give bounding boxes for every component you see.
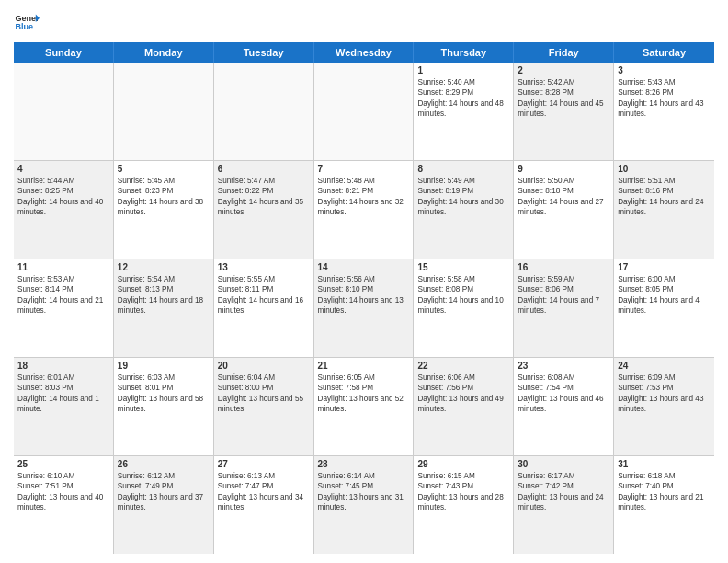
- day-number: 12: [118, 262, 210, 272]
- calendar-cell: [214, 63, 314, 160]
- calendar-cell: 1Sunrise: 5:40 AM Sunset: 8:29 PM Daylig…: [414, 63, 514, 160]
- calendar-cell: 31Sunrise: 6:18 AM Sunset: 7:40 PM Dayli…: [614, 456, 714, 554]
- calendar-week-4: 18Sunrise: 6:01 AM Sunset: 8:03 PM Dayli…: [14, 358, 714, 456]
- cell-info: Sunrise: 5:58 AM Sunset: 8:08 PM Dayligh…: [417, 274, 509, 316]
- day-header-saturday: Saturday: [614, 42, 714, 63]
- cell-info: Sunrise: 6:06 AM Sunset: 7:56 PM Dayligh…: [417, 373, 509, 415]
- cell-info: Sunrise: 6:14 AM Sunset: 7:45 PM Dayligh…: [318, 471, 410, 513]
- day-header-monday: Monday: [114, 42, 214, 63]
- day-number: 29: [417, 459, 509, 469]
- cell-info: Sunrise: 6:00 AM Sunset: 8:05 PM Dayligh…: [618, 274, 711, 316]
- day-number: 19: [118, 361, 210, 371]
- day-header-friday: Friday: [514, 42, 614, 63]
- cell-info: Sunrise: 5:47 AM Sunset: 8:22 PM Dayligh…: [218, 176, 310, 218]
- day-number: 16: [518, 262, 609, 272]
- day-number: 28: [318, 459, 410, 469]
- calendar-cell: 25Sunrise: 6:10 AM Sunset: 7:51 PM Dayli…: [14, 456, 114, 554]
- cell-info: Sunrise: 6:03 AM Sunset: 8:01 PM Dayligh…: [118, 373, 210, 415]
- day-number: 30: [518, 459, 609, 469]
- cell-info: Sunrise: 6:17 AM Sunset: 7:42 PM Dayligh…: [518, 471, 609, 513]
- cell-info: Sunrise: 5:45 AM Sunset: 8:23 PM Dayligh…: [118, 176, 210, 218]
- calendar-cell: 6Sunrise: 5:47 AM Sunset: 8:22 PM Daylig…: [214, 161, 314, 259]
- day-number: 9: [518, 164, 609, 174]
- day-number: 7: [318, 164, 410, 174]
- day-header-sunday: Sunday: [14, 42, 114, 63]
- day-number: 23: [518, 361, 609, 371]
- day-number: 10: [618, 164, 711, 174]
- day-number: 21: [318, 361, 410, 371]
- cell-info: Sunrise: 5:48 AM Sunset: 8:21 PM Dayligh…: [318, 176, 410, 218]
- calendar-week-1: 1Sunrise: 5:40 AM Sunset: 8:29 PM Daylig…: [14, 63, 714, 161]
- cell-info: Sunrise: 6:15 AM Sunset: 7:43 PM Dayligh…: [417, 471, 509, 513]
- cell-info: Sunrise: 5:42 AM Sunset: 8:28 PM Dayligh…: [518, 77, 609, 120]
- day-number: 1: [417, 65, 509, 75]
- cell-info: Sunrise: 6:18 AM Sunset: 7:40 PM Dayligh…: [618, 471, 711, 513]
- day-number: 31: [618, 459, 711, 469]
- svg-text:Blue: Blue: [15, 22, 33, 31]
- day-number: 3: [618, 65, 711, 75]
- cell-info: Sunrise: 6:08 AM Sunset: 7:54 PM Dayligh…: [518, 373, 609, 415]
- cell-info: Sunrise: 6:10 AM Sunset: 7:51 PM Dayligh…: [17, 471, 109, 513]
- logo: General Blue: [14, 9, 40, 35]
- day-number: 27: [218, 459, 310, 469]
- day-number: 13: [218, 262, 310, 272]
- calendar-cell: 20Sunrise: 6:04 AM Sunset: 8:00 PM Dayli…: [214, 358, 314, 455]
- day-number: 25: [17, 459, 109, 469]
- calendar-cell: 29Sunrise: 6:15 AM Sunset: 7:43 PM Dayli…: [414, 456, 514, 554]
- calendar-header: SundayMondayTuesdayWednesdayThursdayFrid…: [14, 42, 714, 63]
- cell-info: Sunrise: 5:54 AM Sunset: 8:13 PM Dayligh…: [118, 274, 210, 316]
- calendar-cell: 10Sunrise: 5:51 AM Sunset: 8:16 PM Dayli…: [614, 161, 714, 259]
- calendar-cell: 18Sunrise: 6:01 AM Sunset: 8:03 PM Dayli…: [14, 358, 114, 455]
- calendar-week-2: 4Sunrise: 5:44 AM Sunset: 8:25 PM Daylig…: [14, 161, 714, 259]
- calendar-cell: 12Sunrise: 5:54 AM Sunset: 8:13 PM Dayli…: [114, 259, 214, 357]
- calendar-cell: 21Sunrise: 6:05 AM Sunset: 7:58 PM Dayli…: [314, 358, 415, 455]
- calendar-cell: 8Sunrise: 5:49 AM Sunset: 8:19 PM Daylig…: [414, 161, 514, 259]
- cell-info: Sunrise: 6:12 AM Sunset: 7:49 PM Dayligh…: [118, 471, 210, 513]
- cell-info: Sunrise: 5:56 AM Sunset: 8:10 PM Dayligh…: [318, 274, 410, 316]
- cell-info: Sunrise: 6:01 AM Sunset: 8:03 PM Dayligh…: [17, 373, 109, 415]
- calendar-cell: [114, 63, 214, 160]
- calendar-cell: [314, 63, 415, 160]
- cell-info: Sunrise: 5:43 AM Sunset: 8:26 PM Dayligh…: [618, 77, 711, 120]
- calendar-cell: [14, 63, 114, 160]
- calendar-cell: 9Sunrise: 5:50 AM Sunset: 8:18 PM Daylig…: [514, 161, 614, 259]
- calendar-cell: 19Sunrise: 6:03 AM Sunset: 8:01 PM Dayli…: [114, 358, 214, 455]
- calendar-cell: 26Sunrise: 6:12 AM Sunset: 7:49 PM Dayli…: [114, 456, 214, 554]
- calendar-body: 1Sunrise: 5:40 AM Sunset: 8:29 PM Daylig…: [14, 63, 714, 554]
- logo-icon: General Blue: [14, 9, 40, 35]
- calendar-cell: 13Sunrise: 5:55 AM Sunset: 8:11 PM Dayli…: [214, 259, 314, 357]
- day-number: 4: [17, 164, 109, 174]
- cell-info: Sunrise: 6:04 AM Sunset: 8:00 PM Dayligh…: [218, 373, 310, 415]
- day-number: 15: [417, 262, 509, 272]
- day-number: 22: [417, 361, 509, 371]
- calendar-cell: 30Sunrise: 6:17 AM Sunset: 7:42 PM Dayli…: [514, 456, 614, 554]
- day-header-tuesday: Tuesday: [214, 42, 314, 63]
- calendar-cell: 24Sunrise: 6:09 AM Sunset: 7:53 PM Dayli…: [614, 358, 714, 455]
- calendar-week-3: 11Sunrise: 5:53 AM Sunset: 8:14 PM Dayli…: [14, 259, 714, 358]
- calendar-cell: 3Sunrise: 5:43 AM Sunset: 8:26 PM Daylig…: [614, 63, 714, 160]
- day-number: 17: [618, 262, 711, 272]
- day-number: 2: [518, 65, 609, 75]
- calendar: SundayMondayTuesdayWednesdayThursdayFrid…: [14, 42, 714, 554]
- calendar-cell: 22Sunrise: 6:06 AM Sunset: 7:56 PM Dayli…: [414, 358, 514, 455]
- cell-info: Sunrise: 5:59 AM Sunset: 8:06 PM Dayligh…: [518, 274, 609, 316]
- calendar-cell: 11Sunrise: 5:53 AM Sunset: 8:14 PM Dayli…: [14, 259, 114, 357]
- cell-info: Sunrise: 5:40 AM Sunset: 8:29 PM Dayligh…: [417, 77, 509, 120]
- day-number: 18: [17, 361, 109, 371]
- cell-info: Sunrise: 5:55 AM Sunset: 8:11 PM Dayligh…: [218, 274, 310, 316]
- day-number: 8: [417, 164, 509, 174]
- cell-info: Sunrise: 5:50 AM Sunset: 8:18 PM Dayligh…: [518, 176, 609, 218]
- calendar-cell: 14Sunrise: 5:56 AM Sunset: 8:10 PM Dayli…: [314, 259, 415, 357]
- day-number: 11: [17, 262, 109, 272]
- calendar-week-5: 25Sunrise: 6:10 AM Sunset: 7:51 PM Dayli…: [14, 456, 714, 554]
- day-number: 5: [118, 164, 210, 174]
- calendar-cell: 5Sunrise: 5:45 AM Sunset: 8:23 PM Daylig…: [114, 161, 214, 259]
- calendar-cell: 7Sunrise: 5:48 AM Sunset: 8:21 PM Daylig…: [314, 161, 415, 259]
- cell-info: Sunrise: 5:53 AM Sunset: 8:14 PM Dayligh…: [17, 274, 109, 316]
- cell-info: Sunrise: 6:09 AM Sunset: 7:53 PM Dayligh…: [618, 373, 711, 415]
- day-number: 14: [318, 262, 410, 272]
- calendar-cell: 15Sunrise: 5:58 AM Sunset: 8:08 PM Dayli…: [414, 259, 514, 357]
- page-header: General Blue: [14, 9, 714, 35]
- calendar-cell: 28Sunrise: 6:14 AM Sunset: 7:45 PM Dayli…: [314, 456, 415, 554]
- calendar-cell: 27Sunrise: 6:13 AM Sunset: 7:47 PM Dayli…: [214, 456, 314, 554]
